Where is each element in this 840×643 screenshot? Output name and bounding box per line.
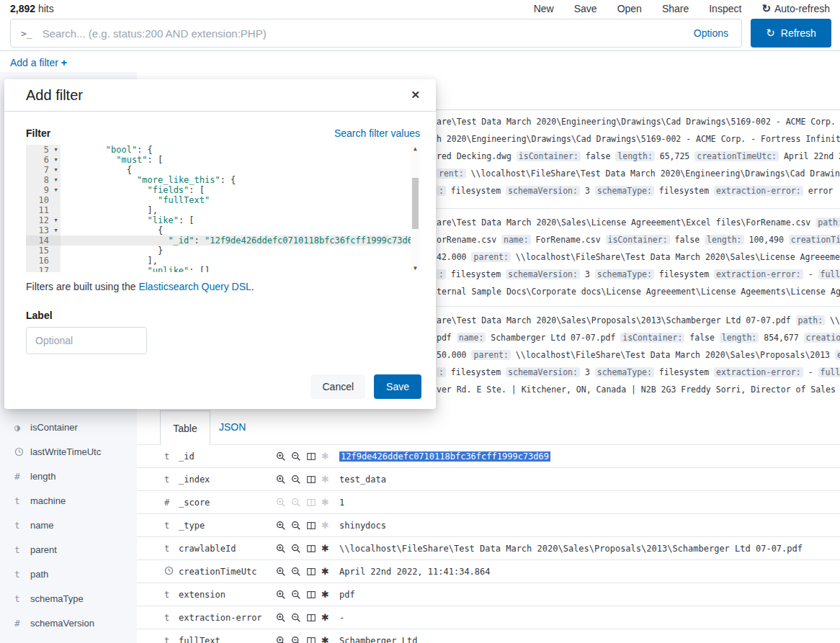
detail-field-value: shinydocs: [339, 521, 386, 531]
toggle-column-icon[interactable]: [306, 567, 316, 577]
document-text-line: 42.000 parent: \\localhost\FileShare\Tes…: [437, 248, 840, 266]
auto-refresh-icon: ↻: [761, 2, 771, 15]
nav-share[interactable]: Share: [662, 3, 689, 14]
document-row-1[interactable]: are\Test Data March 2020\Engineering\Dra…: [437, 113, 840, 199]
filter-out-value-icon[interactable]: [291, 590, 301, 600]
code-line-9[interactable]: 9▼ "fields": [: [26, 185, 420, 195]
code-token: : [: [148, 155, 164, 165]
sidebar-field-path[interactable]: tpath: [0, 562, 137, 586]
nav-inspect[interactable]: Inspect: [709, 3, 741, 14]
sidebar-field-machine[interactable]: tmachine: [0, 488, 137, 513]
filter-for-field-present-icon[interactable]: ✱: [321, 613, 329, 622]
code-line-10[interactable]: 10 "fullText": [26, 195, 420, 205]
tab-table[interactable]: Table: [160, 410, 210, 445]
fold-arrow-icon[interactable]: ▼: [51, 155, 61, 165]
save-button[interactable]: Save: [374, 374, 421, 399]
elasticsearch-dsl-link[interactable]: Elasticsearch Query DSL: [138, 281, 251, 292]
code-text: {: [61, 225, 420, 235]
document-row-3[interactable]: are\Test Data March 2020\Sales\Proposals…: [437, 312, 840, 398]
document-row-2[interactable]: are\Test Data March 2020\Sales\License A…: [437, 214, 840, 300]
cancel-button[interactable]: Cancel: [310, 374, 365, 399]
filter-out-value-icon[interactable]: [291, 475, 301, 485]
code-line-12[interactable]: 12▼ "like": [: [26, 215, 420, 225]
scroll-up-icon[interactable]: ▲: [411, 145, 420, 152]
editor-scrollbar[interactable]: ▲ ▼: [411, 145, 420, 272]
filter-for-value-icon[interactable]: [276, 567, 286, 577]
toggle-column-icon[interactable]: [306, 521, 316, 531]
code-line-5[interactable]: 5▼ "bool": {: [26, 145, 420, 155]
scrollbar-thumb[interactable]: [412, 178, 419, 229]
detail-field-value: 12f9de426ddefc0710118bfc36fcff1999c73d69: [339, 451, 550, 462]
detail-row-_index: t_index✱test_data: [137, 467, 840, 490]
nav-new[interactable]: New: [534, 3, 554, 14]
fold-arrow-icon[interactable]: ▼: [51, 165, 61, 175]
search-input[interactable]: [41, 27, 694, 40]
auto-refresh-button[interactable]: ↻Auto-refresh: [761, 2, 830, 15]
filter-out-value-icon[interactable]: [291, 567, 301, 577]
code-line-14[interactable]: 14 "_id": "12f9de426ddefc0710118bfc36fcf…: [26, 235, 420, 246]
toggle-column-icon[interactable]: [306, 544, 316, 554]
fold-arrow-icon[interactable]: ▼: [51, 145, 61, 155]
sidebar-field-lastWriteTimeUtc[interactable]: lastWriteTimeUtc: [0, 439, 137, 464]
query-dsl-editor[interactable]: 5▼ "bool": {6▼ "must": [7▼ {8▼ "more_lik…: [26, 145, 420, 272]
sidebar-field-isContainer[interactable]: ◑isContainer: [0, 415, 137, 439]
filter-for-value-icon[interactable]: [276, 521, 286, 531]
field-name: isContainer: [30, 422, 78, 433]
filter-out-value-icon[interactable]: [291, 613, 301, 623]
refresh-button[interactable]: ↻Refresh: [751, 19, 831, 48]
sidebar-field-schemaVersion[interactable]: #schemaVersion: [0, 611, 137, 635]
filter-out-value-icon[interactable]: [291, 521, 301, 531]
close-icon[interactable]: ✕: [411, 89, 420, 102]
filter-for-value-icon[interactable]: [276, 613, 286, 623]
fold-arrow-icon[interactable]: ▼: [51, 175, 61, 185]
detail-field-name: _type: [179, 521, 276, 531]
toggle-column-icon[interactable]: [306, 613, 316, 623]
code-line-6[interactable]: 6▼ "must": [: [26, 155, 420, 165]
filter-for-field-present-icon[interactable]: ✱: [321, 636, 329, 643]
document-text-line: h 2020\Engineering\Drawings\Cad Drawings…: [437, 130, 840, 148]
code-line-8[interactable]: 8▼ "more_like_this": {: [26, 175, 420, 185]
fold-arrow-icon[interactable]: ▼: [51, 225, 61, 235]
filter-out-value-icon[interactable]: [291, 636, 301, 643]
toggle-column-icon[interactable]: [306, 636, 316, 643]
tab-json[interactable]: JSON: [219, 410, 246, 444]
code-line-13[interactable]: 13▼ {: [26, 225, 420, 235]
fold-arrow-icon[interactable]: ▼: [51, 215, 61, 225]
filter-for-value-icon[interactable]: [276, 544, 286, 554]
code-line-7[interactable]: 7▼ {: [26, 165, 420, 175]
sidebar-field-length[interactable]: #length: [0, 464, 137, 488]
sidebar-field-name[interactable]: tname: [0, 513, 137, 537]
nav-open[interactable]: Open: [617, 3, 642, 14]
options-link[interactable]: Options: [694, 27, 728, 39]
filter-for-field-present-icon: ✱: [321, 475, 329, 484]
filter-for-value-icon[interactable]: [276, 636, 286, 643]
filter-for-field-present-icon[interactable]: ✱: [321, 544, 329, 553]
filter-for-value-icon[interactable]: [276, 475, 286, 485]
detail-field-name: extension: [179, 590, 276, 600]
add-filter-link[interactable]: Add a filter +: [10, 57, 67, 68]
filter-for-value-icon[interactable]: [276, 451, 286, 462]
nav-save[interactable]: Save: [574, 3, 597, 14]
toggle-column-icon[interactable]: [306, 475, 316, 485]
sidebar-field-schemaType[interactable]: tschemaType: [0, 586, 137, 611]
filter-for-field-present-icon[interactable]: ✱: [321, 590, 329, 599]
fold-arrow-icon[interactable]: ▼: [51, 185, 61, 195]
code-line-16[interactable]: 16 ],: [26, 256, 420, 266]
toggle-column-icon[interactable]: [306, 590, 316, 600]
code-line-15[interactable]: 15 }: [26, 246, 420, 256]
detail-field-value: pdf: [339, 590, 355, 600]
filter-for-field-present-icon[interactable]: ✱: [321, 567, 329, 576]
filter-out-value-icon[interactable]: [291, 544, 301, 554]
toggle-column-icon[interactable]: [306, 451, 316, 462]
document-text-line: ver Rd. E Ste. | Kitchener, ON, Canada |…: [437, 381, 840, 398]
code-line-17[interactable]: 17 "unlike": [],: [26, 266, 420, 272]
filter-out-value-icon[interactable]: [291, 451, 301, 462]
search-filter-values-link[interactable]: Search filter values: [334, 127, 420, 139]
filter-for-value-icon[interactable]: [276, 590, 286, 600]
filter-label-input[interactable]: [26, 327, 147, 354]
text-type-icon: t: [14, 520, 30, 531]
field-type-icon: t: [164, 521, 179, 531]
code-line-11[interactable]: 11 ],: [26, 205, 420, 215]
sidebar-field-parent[interactable]: tparent: [0, 537, 137, 562]
scroll-down-icon[interactable]: ▼: [411, 265, 420, 271]
